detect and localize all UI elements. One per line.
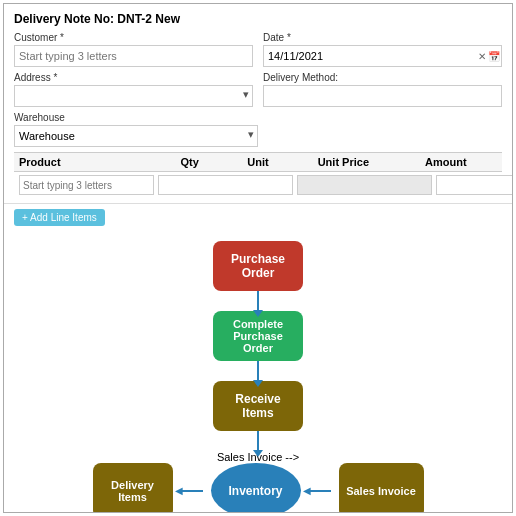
warehouse-label: Warehouse (14, 112, 258, 123)
arrow-3 (257, 431, 259, 451)
date-group: Date * ✕ 📅 (263, 32, 502, 67)
left-arrow-container: ◀ (181, 490, 203, 492)
warehouse-select[interactable]: Warehouse (14, 125, 258, 147)
col-header-qty: Qty (156, 156, 224, 168)
node-sales-invoice-label: Sales Invoice (346, 485, 416, 497)
table-header: Product Qty Unit Unit Price Amount (14, 152, 502, 172)
page-title: Delivery Note No: DNT-2 New (14, 12, 502, 26)
address-group: Address * (14, 72, 253, 107)
main-container: Delivery Note No: DNT-2 New Customer * D… (3, 3, 513, 513)
h-arrow-right: ◀ (309, 490, 331, 492)
add-line-button[interactable]: + Add Line Items (14, 209, 105, 226)
node-delivery-items-label: DeliveryItems (111, 479, 154, 503)
address-select[interactable] (14, 85, 253, 107)
customer-group: Customer * (14, 32, 253, 67)
calendar-icon[interactable]: 📅 (488, 51, 500, 62)
customer-date-row: Customer * Date * ✕ 📅 (14, 32, 502, 67)
row-price-input[interactable] (436, 175, 513, 195)
table-row: 🗑 (14, 172, 502, 198)
clear-date-icon[interactable]: ✕ (478, 51, 486, 62)
warehouse-select-wrapper: Warehouse (14, 125, 258, 147)
node-receive-items: ReceiveItems (213, 381, 303, 431)
right-arrow-container: ◀ (309, 490, 331, 492)
row-product-input[interactable] (19, 175, 154, 195)
delivery-method-input[interactable] (263, 85, 502, 107)
bottom-flow: DeliveryItems ◀ Inventory ◀ Sales Invoic… (93, 463, 424, 513)
date-wrapper: ✕ 📅 (263, 45, 502, 67)
h-arrow-left: ◀ (181, 490, 203, 492)
form-section: Delivery Note No: DNT-2 New Customer * D… (4, 4, 512, 204)
arrow-2 (257, 361, 259, 381)
address-select-wrapper (14, 85, 253, 107)
node-purchase-order: PurchaseOrder (213, 241, 303, 291)
delivery-method-label: Delivery Method: (263, 72, 502, 83)
address-label: Address * (14, 72, 253, 83)
node-inventory: Inventory (211, 463, 301, 513)
col-header-price: Unit Price (292, 156, 394, 168)
date-label: Date * (263, 32, 502, 43)
col-header-unit: Unit (224, 156, 292, 168)
flowchart: PurchaseOrder Complete PurchaseOrder Rec… (4, 231, 512, 513)
delivery-method-group: Delivery Method: (263, 72, 502, 107)
node-sales-invoice: Sales Invoice (339, 463, 424, 513)
col-header-amount: Amount (395, 156, 497, 168)
date-icons: ✕ 📅 (478, 51, 500, 62)
customer-input[interactable] (14, 45, 253, 67)
customer-label: Customer * (14, 32, 253, 43)
date-input[interactable] (263, 45, 502, 67)
col-header-product: Product (19, 156, 156, 168)
address-delivery-row: Address * Delivery Method: (14, 72, 502, 107)
node-complete-po: Complete PurchaseOrder (213, 311, 303, 361)
row-unit-input[interactable] (297, 175, 432, 195)
node-delivery-items: DeliveryItems (93, 463, 173, 513)
node-inventory-label: Inventory (228, 484, 282, 498)
warehouse-row: Warehouse Warehouse (14, 112, 502, 147)
node-purchase-order-label: PurchaseOrder (231, 252, 285, 280)
node-complete-po-label: Complete PurchaseOrder (213, 318, 303, 354)
node-receive-items-label: ReceiveItems (235, 392, 280, 420)
arrow-1 (257, 291, 259, 311)
row-qty-input[interactable] (158, 175, 293, 195)
warehouse-group: Warehouse Warehouse (14, 112, 258, 147)
